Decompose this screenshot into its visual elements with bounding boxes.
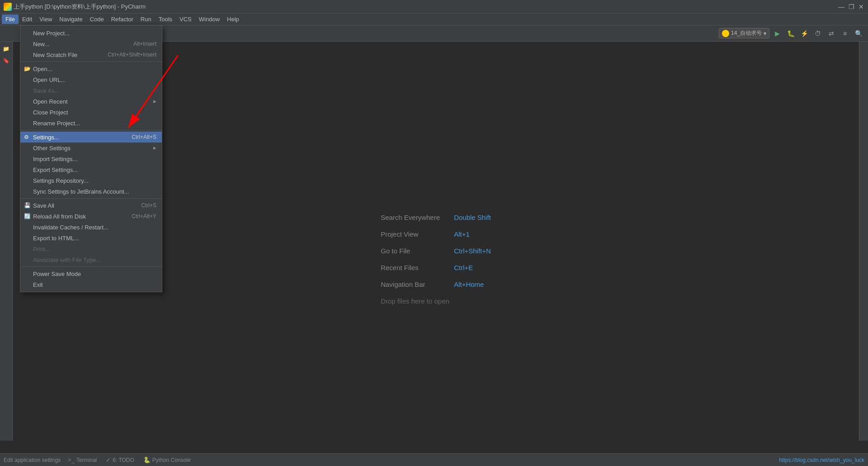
- menu-item-settings[interactable]: ⚙ Settings... Ctrl+Alt+S: [20, 132, 162, 143]
- menu-refactor[interactable]: Refactor: [108, 14, 137, 24]
- assoc-file-type-label: Associate with File Type...: [33, 257, 101, 263]
- reload-disk-label: Reload All from Disk: [33, 213, 86, 220]
- menu-item-close-project[interactable]: Close Project: [20, 107, 162, 118]
- rename-project-label: Rename Project...: [33, 120, 80, 127]
- sync-settings-label: Sync Settings to JetBrains Account...: [33, 188, 129, 195]
- title-bar-title: 上手python [D:\python资料\上手python] - PyChar…: [14, 3, 146, 11]
- menu-run[interactable]: Run: [137, 14, 155, 24]
- power-save-label: Power Save Mode: [33, 271, 81, 277]
- dropdown-overlay: New Project... New... Alt+Insert New Scr…: [0, 25, 868, 466]
- menu-code[interactable]: Code: [86, 14, 108, 24]
- menu-item-new-scratch[interactable]: New Scratch File Ctrl+Alt+Shift+Insert: [20, 49, 162, 60]
- title-bar-left: 上手python [D:\python资料\上手python] - PyChar…: [4, 3, 146, 11]
- menu-item-sync-settings[interactable]: Sync Settings to JetBrains Account...: [20, 186, 162, 197]
- open-url-label: Open URL...: [33, 76, 66, 83]
- menu-item-other-settings[interactable]: Other Settings: [20, 143, 162, 153]
- menu-edit[interactable]: Edit: [19, 14, 36, 24]
- exit-label: Exit: [33, 281, 43, 288]
- maximize-button[interactable]: ❐: [848, 4, 854, 10]
- menu-item-new-project[interactable]: New Project...: [20, 28, 162, 38]
- import-settings-label: Import Settings...: [33, 156, 77, 162]
- menu-item-power-save[interactable]: Power Save Mode: [20, 268, 162, 279]
- close-button[interactable]: ✕: [858, 4, 864, 10]
- new-label: New...: [33, 41, 49, 48]
- menu-item-save-as: Save As...: [20, 85, 162, 96]
- settings-shortcut: Ctrl+Alt+S: [132, 134, 156, 140]
- divider-3: [20, 198, 162, 199]
- title-bar-controls: — ❐ ✕: [838, 4, 864, 10]
- menu-item-open[interactable]: 📂 Open...: [20, 63, 162, 74]
- menu-item-reload-disk[interactable]: 🔄 Reload All from Disk Ctrl+Alt+Y: [20, 211, 162, 222]
- menu-view[interactable]: View: [36, 14, 56, 24]
- divider-4: [20, 266, 162, 267]
- export-settings-label: Export Settings...: [33, 166, 78, 173]
- title-bar: 上手python [D:\python资料\上手python] - PyChar…: [0, 0, 868, 14]
- close-project-label: Close Project: [33, 109, 68, 116]
- new-scratch-label: New Scratch File: [33, 52, 77, 58]
- menu-item-save-all[interactable]: 💾 Save All Ctrl+S: [20, 200, 162, 211]
- menu-item-settings-repo[interactable]: Settings Repository...: [20, 175, 162, 186]
- new-shortcut: Alt+Insert: [133, 41, 156, 47]
- menu-item-exit[interactable]: Exit: [20, 279, 162, 290]
- menu-navigate[interactable]: Navigate: [56, 14, 86, 24]
- menu-item-print: Print...: [20, 243, 162, 254]
- menu-tools[interactable]: Tools: [155, 14, 176, 24]
- menu-item-open-url[interactable]: Open URL...: [20, 74, 162, 85]
- file-menu-dropdown: New Project... New... Alt+Insert New Scr…: [20, 25, 162, 292]
- print-label: Print...: [33, 246, 50, 252]
- divider-2: [20, 130, 162, 130]
- new-scratch-shortcut: Ctrl+Alt+Shift+Insert: [108, 52, 156, 58]
- save-all-icon: 💾: [24, 202, 31, 209]
- menu-item-open-recent[interactable]: Open Recent: [20, 96, 162, 107]
- other-settings-label: Other Settings: [33, 145, 71, 152]
- save-all-shortcut: Ctrl+S: [141, 202, 156, 209]
- menu-file[interactable]: File: [2, 14, 19, 24]
- divider-1: [20, 62, 162, 62]
- settings-repo-label: Settings Repository...: [33, 177, 89, 184]
- invalidate-label: Invalidate Caches / Restart...: [33, 224, 108, 231]
- open-icon: 📂: [24, 66, 31, 72]
- open-label: Open...: [33, 66, 52, 72]
- menu-help[interactable]: Help: [223, 14, 243, 24]
- minimize-button[interactable]: —: [838, 4, 844, 10]
- menu-item-import-settings[interactable]: Import Settings...: [20, 153, 162, 164]
- menu-item-export-html[interactable]: Export to HTML...: [20, 233, 162, 243]
- menu-item-export-settings[interactable]: Export Settings...: [20, 164, 162, 175]
- menu-window[interactable]: Window: [195, 14, 223, 24]
- menu-item-invalidate[interactable]: Invalidate Caches / Restart...: [20, 222, 162, 233]
- menu-item-new[interactable]: New... Alt+Insert: [20, 38, 162, 49]
- open-recent-label: Open Recent: [33, 98, 68, 105]
- save-as-label: Save As...: [33, 87, 60, 94]
- settings-icon: ⚙: [24, 134, 29, 140]
- settings-label: Settings...: [33, 134, 59, 141]
- menu-vcs[interactable]: VCS: [176, 14, 195, 24]
- menu-item-assoc-file-type: Associate with File Type...: [20, 254, 162, 265]
- pycharm-logo: [4, 3, 12, 11]
- reload-icon: 🔄: [24, 213, 31, 219]
- reload-shortcut: Ctrl+Alt+Y: [132, 213, 156, 219]
- menu-bar: File Edit View Navigate Code Refactor Ru…: [0, 14, 868, 25]
- export-html-label: Export to HTML...: [33, 235, 79, 242]
- menu-item-rename-project[interactable]: Rename Project...: [20, 118, 162, 128]
- new-project-label: New Project...: [33, 30, 70, 37]
- save-all-label: Save All: [33, 202, 54, 209]
